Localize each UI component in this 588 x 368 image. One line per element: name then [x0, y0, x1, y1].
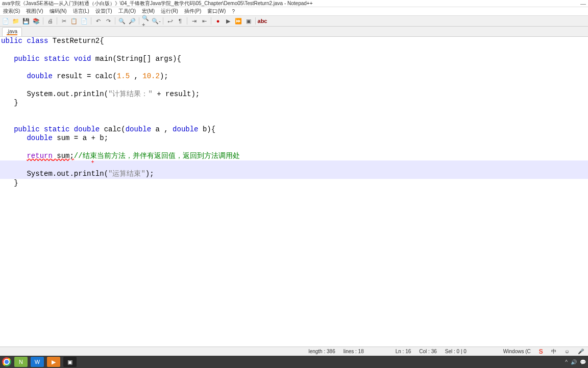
tray-notification-icon[interactable]: 💬 [580, 359, 586, 365]
save-icon[interactable]: 💾 [21, 16, 31, 26]
status-bar: length : 386 lines : 18 Ln : 16 Col : 36… [0, 347, 588, 356]
separator [139, 17, 139, 25]
window-buttons: — [580, 1, 586, 7]
play-icon[interactable]: ▶ [224, 16, 233, 26]
zoom-out-icon[interactable]: 🔍- [152, 16, 161, 26]
taskbar-app-3-icon[interactable]: ▶ [47, 357, 60, 367]
menu-window[interactable]: 窗口(W) [205, 8, 228, 15]
ime-smile-icon[interactable]: ☺ [565, 349, 570, 354]
separator [187, 17, 187, 25]
open-icon[interactable]: 📁 [11, 16, 20, 26]
indent-icon[interactable]: ⇥ [189, 16, 199, 26]
taskbar-app-1-icon[interactable]: N [14, 357, 28, 367]
separator [43, 17, 43, 25]
minimize-button[interactable]: — [580, 1, 586, 7]
menu-encoding[interactable]: 编码(N) [47, 8, 69, 15]
stop-icon[interactable]: ▣ [244, 16, 253, 26]
ime-lang[interactable]: 中 [551, 348, 556, 355]
status-ln: Ln : 16 [396, 349, 411, 354]
record-icon[interactable]: ● [213, 16, 223, 26]
taskbar: N W ▶ ▣ ^ 🔊 💬 [0, 356, 588, 368]
taskbar-terminal-icon[interactable]: ▣ [63, 357, 77, 367]
system-tray: ^ 🔊 💬 [565, 359, 586, 365]
current-line: + [0, 160, 588, 170]
play-multi-icon[interactable]: ⏩ [234, 16, 243, 26]
status-length: length : 386 [308, 349, 335, 354]
cut-icon[interactable]: ✂ [59, 16, 68, 26]
taskbar-chrome-icon[interactable] [2, 357, 11, 366]
paste-icon[interactable]: 📄 [80, 16, 89, 26]
file-tab[interactable]: .java [2, 27, 22, 36]
ime-indicator-icon[interactable]: S [539, 348, 543, 355]
outdent-icon[interactable]: ⇤ [200, 16, 209, 26]
separator [163, 17, 163, 25]
status-sel: Sel : 0 | 0 [445, 349, 467, 354]
separator [91, 17, 91, 25]
tray-expand-icon[interactable]: ^ [565, 359, 568, 365]
menu-help[interactable]: ? [230, 9, 237, 14]
status-encoding: Windows (C [503, 349, 531, 354]
separator [115, 17, 115, 25]
menu-tools[interactable]: 工具(O) [116, 8, 138, 15]
code-editor[interactable]: ublic class TestReturn2{ public static v… [0, 37, 588, 347]
spellcheck-icon[interactable]: abc [258, 16, 267, 26]
undo-icon[interactable]: ↶ [93, 16, 103, 26]
status-col: Col : 36 [419, 349, 436, 354]
wrap-icon[interactable]: ⮐ [165, 16, 175, 26]
menu-search[interactable]: 搜索(S) [1, 8, 22, 15]
window-title: ava学院《JavaSE基础—从入门到精通（小白版）》\04_千锋教育Java学… [2, 0, 313, 7]
find-icon[interactable]: 🔍 [117, 16, 127, 26]
status-lines: lines : 18 [344, 349, 364, 354]
tray-volume-icon[interactable]: 🔊 [571, 359, 577, 365]
separator [211, 17, 211, 25]
tab-bar: .java [0, 27, 588, 37]
error-marker-icon: + [91, 159, 94, 165]
taskbar-app-2-icon[interactable]: W [31, 357, 44, 367]
new-icon[interactable]: 📄 [1, 16, 10, 26]
title-bar: ava学院《JavaSE基础—从入门到精通（小白版）》\04_千锋教育Java学… [0, 0, 588, 7]
menu-bar: 搜索(S) 视图(V) 编码(N) 语言(L) 设置(T) 工具(O) 宏(M)… [0, 7, 588, 15]
save-all-icon[interactable]: 📚 [32, 16, 41, 26]
copy-icon[interactable]: 📋 [69, 16, 79, 26]
redo-icon[interactable]: ↷ [104, 16, 113, 26]
menu-settings[interactable]: 设置(T) [93, 8, 114, 15]
zoom-in-icon[interactable]: 🔍+ [141, 16, 151, 26]
show-all-icon[interactable]: ¶ [176, 16, 185, 26]
ime-mic-icon[interactable]: 🎤 [578, 349, 584, 354]
menu-run[interactable]: 运行(R) [159, 8, 180, 15]
menu-macro[interactable]: 宏(M) [140, 8, 157, 15]
menu-plugins[interactable]: 插件(P) [182, 8, 203, 15]
separator [255, 17, 256, 25]
menu-language[interactable]: 语言(L) [71, 8, 91, 15]
replace-icon[interactable]: 🔎 [128, 16, 137, 26]
menu-view[interactable]: 视图(V) [24, 8, 45, 15]
print-icon[interactable]: 🖨 [45, 16, 55, 26]
separator [57, 17, 57, 25]
toolbar: 📄 📁 💾 📚 🖨 ✂ 📋 📄 ↶ ↷ 🔍 🔎 🔍+ 🔍- ⮐ ¶ ⇥ ⇤ ● … [0, 15, 588, 27]
